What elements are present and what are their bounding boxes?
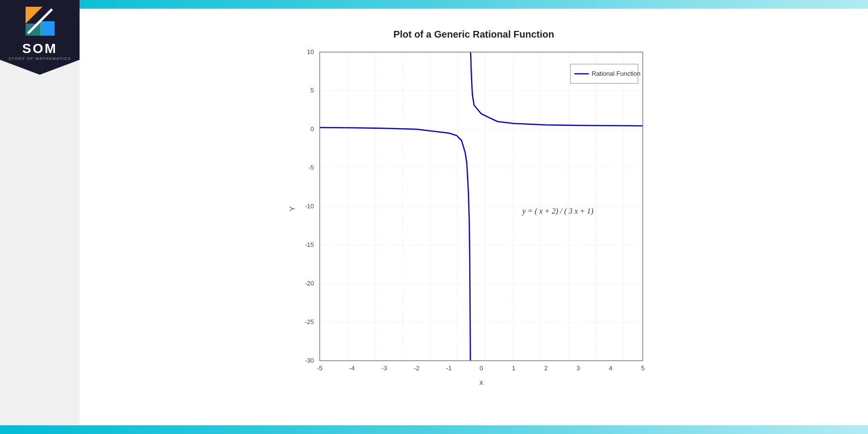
bottom-band [0, 425, 868, 434]
logo-container: SOM STORY OF MATHEMATICS [0, 0, 80, 75]
svg-text:-25: -25 [305, 318, 314, 326]
main-content: Plot of a Generic Rational Function [80, 9, 868, 425]
legend-label: Rational Function [592, 70, 640, 77]
svg-text:-4: -4 [349, 365, 355, 372]
chart-svg: 10 5 0 -5 -10 -15 -20 -25 -30 Y -5 -4 -3… [286, 45, 662, 397]
svg-text:-10: -10 [305, 203, 314, 210]
svg-text:3: 3 [576, 365, 580, 372]
logo-text: SOM [22, 41, 57, 56]
chart-area: 10 5 0 -5 -10 -15 -20 -25 -30 Y -5 -4 -3… [286, 45, 662, 397]
equation-label: y = ( x + 2) / ( 3 x + 1) [521, 207, 593, 216]
svg-marker-2 [26, 24, 42, 36]
svg-text:-15: -15 [305, 241, 314, 248]
top-band [0, 0, 868, 9]
som-logo-icon [23, 4, 57, 38]
chart-container: Plot of a Generic Rational Function [286, 29, 662, 405]
svg-text:x: x [479, 378, 483, 386]
svg-text:5: 5 [310, 87, 313, 94]
svg-text:-2: -2 [414, 365, 420, 372]
logo-subtext: STORY OF MATHEMATICS [9, 56, 71, 61]
svg-text:-5: -5 [317, 365, 323, 372]
svg-text:-20: -20 [305, 280, 314, 287]
svg-text:0: 0 [479, 365, 483, 372]
svg-text:5: 5 [641, 365, 644, 372]
svg-text:-3: -3 [381, 365, 387, 372]
svg-text:1: 1 [512, 365, 515, 372]
svg-text:-5: -5 [308, 164, 314, 171]
svg-text:-30: -30 [305, 357, 314, 364]
svg-text:-1: -1 [446, 365, 452, 372]
svg-text:2: 2 [544, 365, 547, 372]
chart-title: Plot of a Generic Rational Function [286, 29, 662, 40]
svg-text:10: 10 [307, 48, 313, 55]
svg-text:4: 4 [609, 365, 612, 372]
svg-text:Y: Y [288, 206, 296, 211]
svg-text:0: 0 [310, 125, 313, 133]
